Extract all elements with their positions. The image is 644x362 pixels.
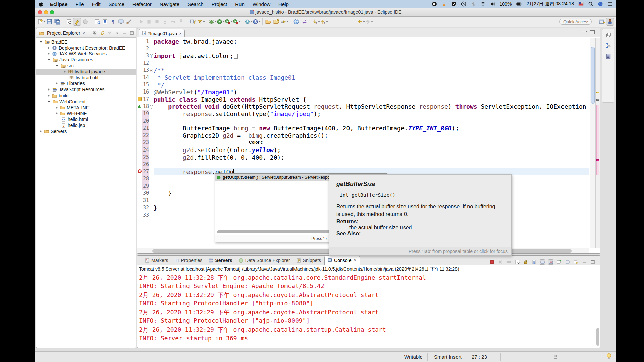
toolbar-globe-button[interactable] [292,18,300,26]
tab-image01-java[interactable]: J *Image01.java × [139,29,185,37]
toolbar-strike-button[interactable] [125,18,133,26]
console-tab-snippets[interactable]: Snippets [293,256,324,265]
record-icon[interactable] [432,1,437,7]
vlc-icon[interactable] [441,1,447,7]
toolbar-stepret-button[interactable] [177,18,185,26]
removex-icon[interactable] [498,259,503,265]
tree-item-tw-brad-util[interactable]: tw.brad.util [36,75,136,81]
fold-toggle-icon[interactable]: − [150,105,153,109]
toolbar-save-button[interactable] [45,18,53,26]
menu-navigate[interactable]: Navigate [160,1,179,7]
toolbar-pause-button[interactable] [145,18,153,26]
tree-item-src[interactable]: src [36,63,136,69]
tree-closed-arrow[interactable] [56,82,58,85]
menubar-clock[interactable]: 2月27日 週四 08:24:18 [526,1,574,7]
tree-closed-arrow[interactable] [56,106,58,109]
pinx-icon[interactable] [548,259,553,265]
close-tab-icon[interactable]: × [179,31,182,36]
tree-open-arrow[interactable] [48,59,50,61]
lock-icon[interactable] [523,259,528,265]
menu-project[interactable]: Project [212,1,227,7]
tree-item-webcontent[interactable]: WebContent [36,99,136,105]
spotlight-icon[interactable] [588,1,593,7]
console-log[interactable]: 2月 26, 2020 11:32:28 下午 org.apache.catal… [137,273,600,342]
maximize-icon[interactable] [590,259,595,265]
fold-toggle-icon[interactable]: + [150,54,153,58]
tree-closed-arrow[interactable] [64,70,66,73]
focus-icon[interactable] [107,31,112,36]
code-line-16[interactable]: 16@WebServlet("/Image01") [137,88,589,96]
opencon-icon[interactable] [573,259,579,265]
code-line-2[interactable]: 2 [137,45,589,53]
toolbar-fwd-button[interactable] [365,18,373,26]
tree-item-javascript-resources[interactable]: JavaScript Resources [36,86,136,93]
toolbar-opentype-button[interactable] [65,18,73,26]
code-line-13[interactable]: 13−/** [137,67,589,74]
toolbar-new-button[interactable] [37,18,45,26]
code-line-12[interactable]: 12 [137,60,589,67]
quick-access-input[interactable] [559,19,592,25]
toolbar-filter-button[interactable] [197,18,205,26]
tree-item-hello-html[interactable]: hello.html [36,116,136,122]
toolbar-upj-button[interactable]: J [320,18,328,26]
toolbar-tableflash-button[interactable] [189,18,197,26]
toolbar-monitor-button[interactable] [117,18,125,26]
siri-icon[interactable] [598,1,603,7]
restore-view-icon[interactable] [605,32,611,38]
code-line-15[interactable]: 15 */ [137,81,589,89]
toolbar-flash-button[interactable] [280,18,288,26]
persp-jee-button[interactable] [606,18,614,26]
menu-run[interactable]: Run [235,1,245,7]
minimize-icon[interactable] [582,259,587,265]
code-line-18[interactable]: 18− protected void doGet(HttpServletRequ… [137,103,589,110]
tip-lightbulb-icon[interactable] [607,353,612,360]
folded-region-box[interactable] [234,54,238,59]
wifi-icon[interactable] [480,1,486,7]
menu-source[interactable]: Source [109,1,125,7]
close-tab-icon[interactable]: × [354,258,356,263]
code-line-17[interactable]: 17public class Image01 extends HttpServl… [137,96,589,103]
tree-open-arrow[interactable] [40,41,42,43]
scrollbar-thumb[interactable] [591,47,595,104]
newcon-icon[interactable] [556,259,562,265]
persp-open-button[interactable] [598,18,606,26]
console-tab-data-source-explorer[interactable]: Data Source Explorer [236,256,293,265]
menu-file[interactable]: File [76,1,84,7]
toolbar-rundot-button[interactable] [233,18,241,26]
console-scrollbar[interactable] [595,266,599,346]
code-line-19[interactable]: 19 response.setContentType("image/jpeg")… [137,110,589,118]
fold-toggle-icon[interactable]: − [150,69,153,72]
editor-vertical-scrollbar[interactable] [590,38,595,248]
tree-item-bradee[interactable]: BradEE [36,39,136,45]
tree-open-arrow[interactable] [48,101,50,103]
toolbar-debug-button[interactable] [209,18,217,26]
console-tab-console[interactable]: Console× [324,256,360,265]
link-with-editor-icon[interactable] [100,31,105,36]
toolbar-stop-button[interactable] [153,18,161,26]
tree-item-libraries[interactable]: Libraries [36,81,136,87]
menu-help[interactable]: Help [278,1,289,7]
toolbar-run-button[interactable] [217,18,225,26]
tree-closed-arrow[interactable] [48,52,50,55]
menu-eclipse[interactable]: Eclipse [50,1,68,7]
collapse-all-icon[interactable] [93,31,98,36]
code-line-20[interactable]: 20 [137,118,589,125]
apple-icon[interactable] [39,1,44,7]
toolbar-downj-button[interactable]: J [312,18,320,26]
minimize-editor-icon[interactable] [582,30,587,35]
toolbar-sglobe-button[interactable]: S [253,18,261,26]
tree-item-servers[interactable]: Servers [36,128,136,134]
statusbar-drag-handle[interactable] [554,354,557,360]
code-line-14[interactable]: 14 * Servlet implementation class Image0… [137,74,589,81]
toolbar-doclist-button[interactable] [101,18,109,26]
maximize-editor-icon[interactable] [590,30,595,35]
maximize-view-icon[interactable] [129,31,135,36]
code-line-23[interactable]: 23 [137,139,589,146]
code-line-3[interactable]: 3+import java.awt.Color; [137,52,589,60]
tree-item-jax-ws-web-services[interactable]: JAX-WS Web Services [36,51,136,57]
toolbar-mark-button[interactable] [73,18,81,26]
console-tab-servers[interactable]: Servers [206,256,235,265]
toolbar-openfolder2-button[interactable] [272,18,280,26]
volume-icon[interactable] [490,1,495,7]
menu-search[interactable]: Search [187,1,204,7]
